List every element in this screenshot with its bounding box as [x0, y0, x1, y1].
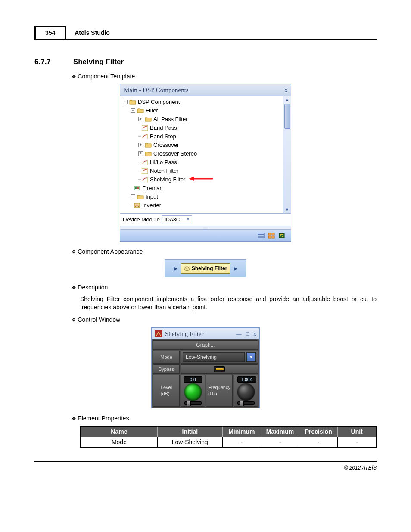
- component-chip-label: Shelving Filter: [192, 265, 227, 272]
- maximize-icon[interactable]: □: [246, 330, 249, 338]
- tree-item[interactable]: Band Stop: [150, 133, 176, 140]
- filter-icon: [141, 134, 148, 140]
- tree-root[interactable]: DSP Component: [138, 98, 180, 106]
- collapse-icon[interactable]: −: [123, 100, 128, 104]
- scroll-down-icon[interactable]: ▼: [284, 206, 291, 213]
- folder-icon: [137, 108, 144, 114]
- component-icon: [134, 185, 140, 191]
- cell-initial: Low-Shelving: [157, 437, 222, 447]
- tree-item-shelving[interactable]: Shelving Filter: [150, 176, 185, 184]
- col-initial: Initial: [157, 426, 222, 437]
- filter-icon: [141, 168, 148, 174]
- level-slider[interactable]: [184, 401, 202, 405]
- minimize-icon[interactable]: —: [236, 330, 242, 338]
- tree-inverter[interactable]: Inverter: [142, 202, 161, 209]
- collapse-icon[interactable]: −: [131, 108, 135, 113]
- table-row: Mode Low-Shelving - - - -: [81, 437, 376, 447]
- dsp-toolbar: [120, 229, 291, 241]
- expand-icon[interactable]: +: [138, 151, 143, 156]
- svg-marker-6: [189, 177, 194, 181]
- dsp-tree[interactable]: − DSP Component − Filter + All Pass Filt…: [120, 96, 283, 213]
- filter-icon: [141, 125, 148, 131]
- section-number: 6.7.7: [34, 57, 72, 67]
- section-heading: 6.7.7 Shelving Filter: [34, 57, 377, 67]
- svg-rect-15: [272, 233, 274, 235]
- svg-rect-13: [258, 236, 264, 238]
- control-window: Shelving Filter — □ x Graph... Mode Low-…: [151, 327, 260, 408]
- device-module-select[interactable]: IDA8C: [162, 215, 192, 224]
- svg-point-20: [184, 267, 190, 271]
- tree-filter[interactable]: Filter: [146, 107, 158, 115]
- scrollbar[interactable]: ▲ ▼: [283, 96, 291, 213]
- tree-input[interactable]: Input: [146, 193, 158, 201]
- footer: © 2012 ATEÏS: [34, 461, 377, 471]
- tree-item[interactable]: Band Pass: [150, 124, 177, 132]
- page-header: 354 Ateis Studio: [34, 26, 377, 40]
- close-icon[interactable]: x: [254, 330, 257, 338]
- svg-rect-9: [137, 187, 139, 189]
- expand-icon[interactable]: +: [138, 117, 143, 121]
- highlight-arrow-icon: [189, 176, 213, 184]
- svg-rect-7: [134, 187, 140, 190]
- svg-rect-14: [268, 233, 271, 235]
- expand-icon[interactable]: +: [131, 194, 135, 199]
- copyright: © 2012 ATEÏS: [344, 465, 377, 471]
- bullet-element-properties: Element Properties: [72, 414, 377, 423]
- app-icon: [155, 330, 162, 337]
- col-name: Name: [81, 426, 157, 437]
- folder-icon: [137, 194, 144, 200]
- cell-name: Mode: [81, 437, 157, 447]
- cell-min: -: [222, 437, 261, 447]
- cell-unit: -: [338, 437, 376, 447]
- dropdown-icon[interactable]: ▼: [246, 352, 256, 362]
- level-readout: 0.0: [184, 376, 202, 383]
- bypass-label: Bypass: [153, 364, 180, 374]
- tree-fireman[interactable]: Fireman: [142, 184, 163, 192]
- bullet-description: Description: [72, 283, 377, 292]
- tree-item[interactable]: Notch Filter: [150, 167, 178, 175]
- tree-item[interactable]: Hi/Lo Pass: [150, 159, 177, 166]
- col-precision: Precision: [299, 426, 338, 437]
- folder-icon: [145, 151, 152, 157]
- graph-button[interactable]: Graph...: [153, 340, 258, 350]
- dsp-components-window: Main - DSP Components x − DSP Component …: [120, 84, 291, 242]
- bullet-component-appearance: Component Appearance: [72, 248, 377, 256]
- filter-icon: [141, 159, 148, 165]
- component-chip[interactable]: Shelving Filter: [181, 263, 230, 274]
- expand-icon[interactable]: +: [138, 143, 143, 147]
- grip-row[interactable]: ·····: [120, 226, 291, 229]
- folder-icon: [145, 142, 152, 148]
- control-window-title: Shelving Filter: [165, 330, 204, 338]
- frequency-knob[interactable]: [237, 383, 255, 401]
- page-number: 354: [34, 26, 66, 39]
- dsp-window-title: Main - DSP Components: [124, 86, 189, 94]
- section-title: Shelving Filter: [73, 57, 124, 67]
- col-unit: Unit: [338, 426, 376, 437]
- tile-view-icon[interactable]: [268, 232, 275, 240]
- element-properties-table: Name Initial Minimum Maximum Precision U…: [80, 426, 377, 448]
- tree-item[interactable]: Crossover Stereo: [153, 150, 197, 158]
- scroll-thumb[interactable]: [284, 104, 290, 129]
- port-right-icon[interactable]: ▶: [234, 265, 237, 272]
- level-knob[interactable]: [184, 383, 202, 401]
- frequency-slider[interactable]: [237, 401, 255, 405]
- bullet-control-window: Control Window: [72, 316, 377, 324]
- frequency-label: Frequency (Hz): [206, 375, 233, 407]
- cycle-icon[interactable]: [278, 232, 286, 240]
- bullet-component-template: Component Template: [72, 72, 377, 81]
- bypass-toggle[interactable]: [214, 366, 225, 372]
- tree-item[interactable]: All Pass Filter: [153, 115, 187, 123]
- mode-label: Mode: [153, 351, 180, 364]
- frequency-readout: 1.00K: [237, 376, 256, 383]
- svg-rect-16: [268, 236, 271, 238]
- shelving-icon: [184, 266, 190, 271]
- close-icon[interactable]: x: [285, 87, 287, 93]
- list-view-icon[interactable]: [257, 232, 265, 240]
- scroll-up-icon[interactable]: ▲: [284, 96, 291, 103]
- cell-prec: -: [299, 437, 338, 447]
- svg-rect-8: [135, 187, 137, 189]
- port-left-icon[interactable]: ▶: [174, 265, 177, 272]
- component-icon: [134, 202, 140, 208]
- mode-select[interactable]: Low-Shelving: [183, 352, 245, 362]
- tree-item[interactable]: Crossover: [153, 141, 179, 149]
